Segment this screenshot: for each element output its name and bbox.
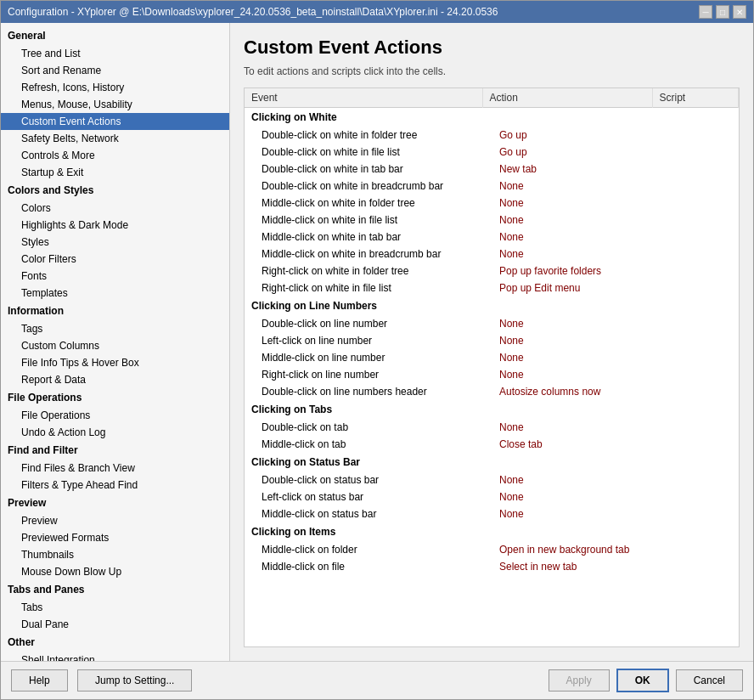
sidebar-item[interactable]: Custom Columns bbox=[1, 337, 229, 354]
event-cell[interactable]: Right-click on white in folder tree bbox=[245, 262, 482, 279]
script-cell[interactable] bbox=[652, 471, 739, 488]
event-cell[interactable]: Middle-click on status bar bbox=[245, 505, 482, 522]
sidebar-item[interactable]: File Operations bbox=[1, 407, 229, 424]
script-cell[interactable] bbox=[652, 279, 739, 296]
event-cell[interactable]: Middle-click on white in folder tree bbox=[245, 195, 482, 212]
table-row[interactable]: Middle-click on white in folder treeNone bbox=[245, 195, 739, 212]
sidebar-item[interactable]: Tabs bbox=[1, 599, 229, 616]
event-cell[interactable]: Middle-click on white in tab bar bbox=[245, 229, 482, 246]
script-cell[interactable] bbox=[652, 246, 739, 262]
sidebar-item[interactable]: Shell Integration bbox=[1, 652, 229, 661]
maximize-button[interactable]: □ bbox=[716, 5, 729, 19]
action-cell[interactable]: None bbox=[482, 212, 652, 229]
sidebar-item[interactable]: Sort and Rename bbox=[1, 62, 229, 79]
event-cell[interactable]: Double-click on status bar bbox=[245, 471, 482, 488]
sidebar-item[interactable]: Report & Data bbox=[1, 371, 229, 388]
script-cell[interactable] bbox=[652, 229, 739, 246]
action-cell[interactable]: Open in new background tab bbox=[482, 541, 652, 558]
script-cell[interactable] bbox=[652, 178, 739, 195]
sidebar-item[interactable]: Styles bbox=[1, 234, 229, 251]
sidebar-item[interactable]: Controls & More bbox=[1, 147, 229, 164]
table-row[interactable]: Double-click on white in tab barNew tab bbox=[245, 161, 739, 178]
sidebar-item[interactable]: Previewed Formats bbox=[1, 529, 229, 546]
help-button[interactable]: Help bbox=[11, 669, 68, 692]
action-cell[interactable]: Go up bbox=[482, 144, 652, 161]
script-cell[interactable] bbox=[652, 558, 739, 575]
sidebar-item[interactable]: Mouse Down Blow Up bbox=[1, 563, 229, 580]
script-cell[interactable] bbox=[652, 315, 739, 332]
sidebar-item[interactable]: Filters & Type Ahead Find bbox=[1, 477, 229, 494]
script-cell[interactable] bbox=[652, 383, 739, 400]
sidebar-item[interactable]: Thumbnails bbox=[1, 546, 229, 563]
action-cell[interactable]: None bbox=[482, 505, 652, 522]
event-cell[interactable]: Double-click on tab bbox=[245, 419, 482, 436]
action-cell[interactable]: None bbox=[482, 419, 652, 436]
action-cell[interactable]: None bbox=[482, 195, 652, 212]
event-cell[interactable]: Middle-click on white in file list bbox=[245, 212, 482, 229]
script-cell[interactable] bbox=[652, 349, 739, 366]
table-row[interactable]: Left-click on status barNone bbox=[245, 488, 739, 505]
script-cell[interactable] bbox=[652, 127, 739, 144]
event-cell[interactable]: Double-click on line number bbox=[245, 315, 482, 332]
sidebar-item[interactable]: Dual Pane bbox=[1, 616, 229, 633]
sidebar-item[interactable]: Safety Belts, Network bbox=[1, 130, 229, 147]
table-row[interactable]: Double-click on white in breadcrumb barN… bbox=[245, 178, 739, 195]
table-row[interactable]: Middle-click on white in tab barNone bbox=[245, 229, 739, 246]
action-cell[interactable]: None bbox=[482, 488, 652, 505]
action-cell[interactable]: None bbox=[482, 315, 652, 332]
cancel-button[interactable]: Cancel bbox=[676, 669, 743, 692]
table-row[interactable]: Double-click on white in file listGo up bbox=[245, 144, 739, 161]
sidebar-item[interactable]: Tags bbox=[1, 320, 229, 337]
script-cell[interactable] bbox=[652, 366, 739, 383]
event-cell[interactable]: Double-click on line numbers header bbox=[245, 383, 482, 400]
event-cell[interactable]: Middle-click on white in breadcrumb bar bbox=[245, 246, 482, 262]
script-cell[interactable] bbox=[652, 488, 739, 505]
sidebar-item[interactable]: Undo & Action Log bbox=[1, 424, 229, 441]
action-cell[interactable]: None bbox=[482, 471, 652, 488]
event-cell[interactable]: Right-click on white in file list bbox=[245, 279, 482, 296]
action-cell[interactable]: New tab bbox=[482, 161, 652, 178]
sidebar-item[interactable]: Preview bbox=[1, 512, 229, 529]
table-row[interactable]: Double-click on status barNone bbox=[245, 471, 739, 488]
table-row[interactable]: Double-click on tabNone bbox=[245, 419, 739, 436]
event-cell[interactable]: Middle-click on folder bbox=[245, 541, 482, 558]
table-row[interactable]: Middle-click on line numberNone bbox=[245, 349, 739, 366]
script-cell[interactable] bbox=[652, 144, 739, 161]
script-cell[interactable] bbox=[652, 195, 739, 212]
script-cell[interactable] bbox=[652, 541, 739, 558]
event-cell[interactable]: Right-click on line number bbox=[245, 366, 482, 383]
sidebar-item[interactable]: Color Filters bbox=[1, 251, 229, 268]
sidebar-item[interactable]: Find Files & Branch View bbox=[1, 460, 229, 477]
action-cell[interactable]: Autosize columns now bbox=[482, 383, 652, 400]
event-cell[interactable]: Double-click on white in folder tree bbox=[245, 127, 482, 144]
sidebar-item[interactable]: Fonts bbox=[1, 268, 229, 285]
action-cell[interactable]: None bbox=[482, 229, 652, 246]
sidebar-item[interactable]: Highlights & Dark Mode bbox=[1, 217, 229, 234]
script-cell[interactable] bbox=[652, 505, 739, 522]
sidebar-item[interactable]: Refresh, Icons, History bbox=[1, 79, 229, 96]
event-cell[interactable]: Double-click on white in file list bbox=[245, 144, 482, 161]
sidebar-item[interactable]: File Info Tips & Hover Box bbox=[1, 354, 229, 371]
table-row[interactable]: Right-click on line numberNone bbox=[245, 366, 739, 383]
action-cell[interactable]: None bbox=[482, 332, 652, 349]
apply-button[interactable]: Apply bbox=[549, 669, 610, 692]
action-cell[interactable]: None bbox=[482, 246, 652, 262]
table-row[interactable]: Middle-click on white in file listNone bbox=[245, 212, 739, 229]
action-cell[interactable]: Select in new tab bbox=[482, 558, 652, 575]
minimize-button[interactable]: ─ bbox=[699, 5, 712, 19]
event-cell[interactable]: Left-click on line number bbox=[245, 332, 482, 349]
close-button[interactable]: ✕ bbox=[733, 5, 746, 19]
script-cell[interactable] bbox=[652, 161, 739, 178]
table-row[interactable]: Right-click on white in folder treePop u… bbox=[245, 262, 739, 279]
ok-button[interactable]: OK bbox=[616, 669, 669, 692]
sidebar-item[interactable]: Menus, Mouse, Usability bbox=[1, 96, 229, 113]
event-cell[interactable]: Double-click on white in tab bar bbox=[245, 161, 482, 178]
table-row[interactable]: Right-click on white in file listPop up … bbox=[245, 279, 739, 296]
script-cell[interactable] bbox=[652, 332, 739, 349]
event-cell[interactable]: Double-click on white in breadcrumb bar bbox=[245, 178, 482, 195]
table-row[interactable]: Double-click on line numberNone bbox=[245, 315, 739, 332]
table-row[interactable]: Double-click on line numbers headerAutos… bbox=[245, 383, 739, 400]
script-cell[interactable] bbox=[652, 419, 739, 436]
action-cell[interactable]: Go up bbox=[482, 127, 652, 144]
script-cell[interactable] bbox=[652, 212, 739, 229]
